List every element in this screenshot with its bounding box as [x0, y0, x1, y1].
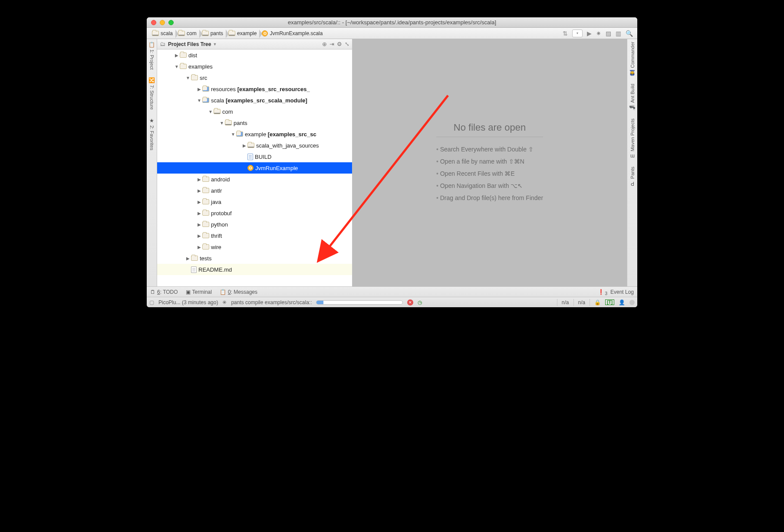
main-body: 📋1: Project🔀7: Structure★2: Favorites 🗂 …	[147, 39, 637, 286]
gear-icon[interactable]: ⚙	[337, 41, 342, 47]
tree-node[interactable]: ▶tests	[157, 253, 352, 264]
tree-node[interactable]: ▼src	[157, 72, 352, 83]
tree-node[interactable]: ▶scala_with_java_sources	[157, 140, 352, 151]
tree-node[interactable]: ▶wire	[157, 241, 352, 253]
tool-window-tab[interactable]: mMaven Projects	[630, 118, 635, 159]
project-panel-header: 🗂 Project Files Tree ▼ ⊕ ⇥ ⚙ ⤡	[157, 39, 352, 49]
editor-area[interactable]: No files are open Search Everywhere with…	[352, 39, 627, 286]
folder-icon	[202, 222, 209, 227]
tree-node[interactable]: ▼com	[157, 106, 352, 117]
messages-tool-button[interactable]: 📋 0: Messages	[220, 289, 257, 295]
tree-node-label: JvmRunExample	[255, 165, 298, 171]
chevron-right-icon[interactable]: ▶	[197, 222, 201, 227]
chevron-right-icon[interactable]: ▶	[197, 200, 201, 204]
tree-node[interactable]: ▶JvmRunExample	[157, 162, 352, 174]
todo-icon: 🗒	[150, 289, 155, 295]
ide-window: examples/src/scala/:: - [~/workspace/pan…	[147, 17, 637, 307]
tree-node[interactable]: ▶protobuf	[157, 207, 352, 219]
tree-node[interactable]: ▼pants	[157, 117, 352, 128]
chevron-down-icon[interactable]: ▼	[220, 121, 224, 125]
chevron-right-icon[interactable]: ▶	[197, 233, 201, 238]
breadcrumb-item[interactable]: JvmRunExample.scala	[259, 30, 325, 37]
tree-node[interactable]: ▶dist	[157, 49, 352, 61]
messages-icon: 📋	[220, 289, 226, 295]
run-icon[interactable]: ▶	[587, 30, 592, 37]
tree-node[interactable]: ▼example [examples_src_sc	[157, 128, 352, 140]
chevron-right-icon[interactable]: ▶	[197, 188, 201, 193]
chevron-down-icon[interactable]: ▼	[208, 109, 213, 114]
typing-badge[interactable]: [T]	[605, 299, 614, 305]
tree-node-label: android	[211, 176, 230, 183]
tool-windows-quick-access-icon[interactable]: ▢	[149, 299, 154, 305]
project-tree[interactable]: ▶dist▼examples▼src▶resources [examples_s…	[157, 49, 352, 286]
tree-node[interactable]: ▶antlr	[157, 185, 352, 196]
chevron-down-icon[interactable]: ▼	[175, 64, 179, 69]
tree-node[interactable]: ▶python	[157, 219, 352, 230]
memory-indicator[interactable]	[629, 300, 635, 305]
status-right-1: n/a	[562, 299, 569, 305]
tree-node-label: antlr	[211, 187, 222, 194]
progress-bar[interactable]	[316, 300, 403, 305]
tree-node[interactable]: ▼examples	[157, 61, 352, 72]
coverage-icon[interactable]: ▨	[606, 30, 611, 37]
tool-tab-icon: 📋	[148, 42, 155, 48]
tree-node[interactable]: ▶README.md	[157, 264, 352, 275]
right-tool-tabs: 👮Commander🐜Ant BuildmMaven ProjectsPPant…	[627, 39, 637, 286]
terminal-tool-button[interactable]: ▣ Terminal	[186, 289, 212, 295]
hide-panel-icon[interactable]: ⤡	[345, 41, 349, 47]
chevron-down-icon[interactable]: ▼	[231, 132, 235, 137]
tool-window-tab[interactable]: 📋1: Project	[148, 42, 155, 69]
zoom-window-button[interactable]	[168, 20, 174, 25]
breadcrumb-item[interactable]: example	[226, 30, 259, 37]
scroll-from-source-icon[interactable]: ⊕	[322, 41, 327, 47]
project-structure-icon[interactable]: ▥	[616, 30, 621, 37]
tree-node-label: tests	[200, 255, 211, 262]
chevron-down-icon[interactable]: ▼	[186, 76, 190, 80]
chevron-right-icon[interactable]: ▶	[197, 87, 201, 92]
empty-tip: Search Everywhere with Double ⇧	[436, 143, 543, 155]
event-log-button[interactable]: ❗ 3 Event Log	[598, 289, 634, 295]
tree-node-label: java	[211, 199, 221, 205]
chevron-down-icon[interactable]: ▼	[197, 98, 201, 103]
background-task-label[interactable]: PicoPlu... (3 minutes ago)	[158, 299, 218, 305]
chevron-right-icon[interactable]: ▶	[197, 211, 201, 216]
chevron-right-icon[interactable]: ▶	[197, 245, 201, 250]
folder-icon	[178, 31, 185, 36]
update-project-icon[interactable]: ⇅	[563, 30, 568, 37]
tree-node[interactable]: ▶BUILD	[157, 151, 352, 162]
profiler-icon[interactable]: ◷	[418, 299, 422, 305]
breadcrumb-item[interactable]: com	[175, 30, 199, 37]
tool-window-tab[interactable]: 🐜Ant Build	[629, 84, 636, 111]
folder-icon	[152, 31, 159, 36]
run-config-selector[interactable]: ▾	[572, 30, 583, 37]
hector-icon[interactable]: 👤	[619, 299, 625, 305]
close-window-button[interactable]	[151, 20, 156, 25]
todo-tool-button[interactable]: 🗒 6: TODO	[150, 289, 178, 295]
tool-window-tab[interactable]: ★2: Favorites	[149, 118, 155, 150]
breadcrumb-item[interactable]: pants	[199, 30, 226, 37]
status-right-2: n/a	[578, 299, 586, 305]
chevron-right-icon[interactable]: ▶	[242, 143, 247, 148]
minimize-window-button[interactable]	[160, 20, 165, 25]
tree-node[interactable]: ▼scala [examples_src_scala_module]	[157, 95, 352, 106]
empty-tips: Search Everywhere with Double ⇧Open a fi…	[436, 143, 543, 204]
lock-icon[interactable]: 🔒	[594, 299, 601, 305]
tree-node-label: pants	[234, 120, 247, 126]
tool-window-tab[interactable]: PPants	[630, 167, 635, 187]
search-icon[interactable]: 🔍	[626, 30, 633, 37]
cancel-process-button[interactable]: ✕	[407, 299, 413, 305]
chevron-right-icon[interactable]: ▶	[175, 53, 179, 58]
tool-window-tab[interactable]: 🔀7: Structure	[148, 77, 155, 110]
tree-node[interactable]: ▶android	[157, 174, 352, 185]
breadcrumb-item[interactable]: scala	[149, 30, 175, 37]
project-view-selector[interactable]: Project Files Tree ▼	[168, 41, 320, 47]
chevron-right-icon[interactable]: ▶	[197, 177, 201, 182]
tree-node[interactable]: ▶resources [examples_src_resources_	[157, 83, 352, 95]
tool-window-tab[interactable]: 👮Commander	[629, 42, 636, 76]
folder-icon	[191, 75, 198, 80]
debug-icon[interactable]: ✷	[596, 30, 601, 37]
chevron-right-icon[interactable]: ▶	[186, 256, 190, 261]
collapse-all-icon[interactable]: ⇥	[329, 41, 334, 47]
tree-node[interactable]: ▶java	[157, 196, 352, 207]
tree-node[interactable]: ▶thrift	[157, 230, 352, 241]
